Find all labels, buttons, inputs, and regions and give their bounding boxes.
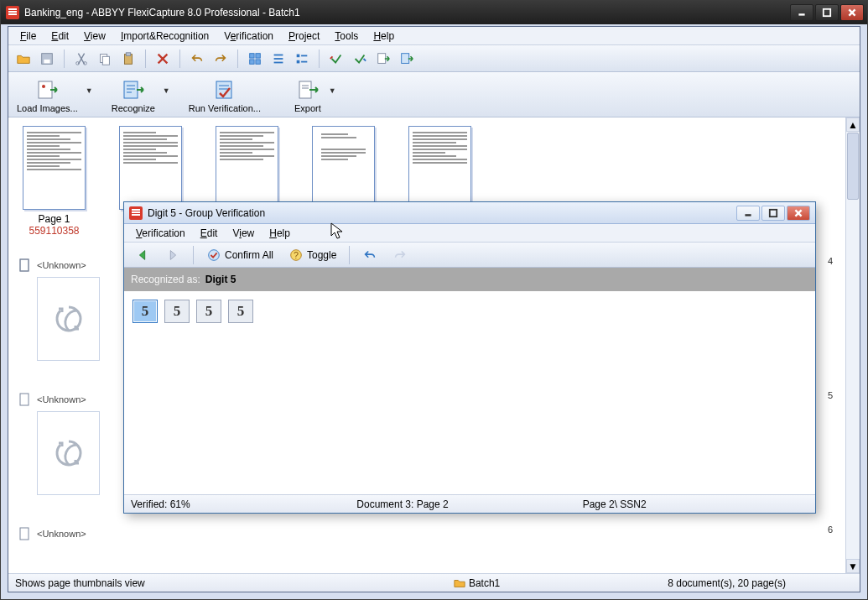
maximize-button[interactable] <box>815 4 839 21</box>
dropdown-icon[interactable]: ▼ <box>163 86 170 95</box>
minimize-button[interactable] <box>790 4 813 21</box>
row-number: 4 <box>828 256 836 266</box>
page-thumbnail[interactable]: Page 1 559110358 <box>18 126 90 237</box>
digit-chip[interactable]: 5 <box>133 300 158 323</box>
dropdown-icon[interactable]: ▼ <box>86 86 93 95</box>
svg-rect-34 <box>299 81 311 98</box>
status-count: 8 document(s), 20 page(s) <box>668 577 786 589</box>
copy-icon[interactable] <box>95 49 115 69</box>
digit-chip[interactable]: 5 <box>196 300 221 323</box>
load-images-button[interactable]: Load Images... ▼ <box>17 78 78 113</box>
dialog-minimize-button[interactable] <box>736 206 760 221</box>
app-icon <box>6 6 19 19</box>
svg-rect-1 <box>824 9 830 16</box>
recognized-as-bar: Recognized as: Digit 5 <box>124 268 815 291</box>
unknown-label: <Unknown> <box>37 394 86 404</box>
menu-project[interactable]: Project <box>282 29 326 44</box>
loading-thumbnail[interactable] <box>37 277 100 361</box>
dialog-menu-view[interactable]: View <box>226 226 261 241</box>
undo-icon[interactable] <box>187 49 207 69</box>
svg-rect-27 <box>124 81 138 98</box>
dialog-statusbar: Verified: 61% Document 3: Page 2 Page 2\… <box>124 494 815 513</box>
document-icon <box>18 393 32 406</box>
group-verification-dialog: Digit 5 - Group Verification Verificatio… <box>123 201 816 514</box>
verify-prev-icon[interactable] <box>326 49 346 69</box>
svg-rect-9 <box>102 56 109 65</box>
view-details-icon[interactable] <box>292 49 312 69</box>
app-icon <box>129 206 143 220</box>
unknown-label: <Unknown> <box>37 529 86 539</box>
main-toolbar <box>8 45 860 72</box>
menu-file[interactable]: File <box>13 29 43 44</box>
dialog-menu-edit[interactable]: Edit <box>194 226 225 241</box>
toggle-label: Toggle <box>307 249 336 261</box>
view-thumbnails-icon[interactable] <box>245 49 265 69</box>
recognize-button[interactable]: Recognize ▼ <box>112 78 155 113</box>
prev-button[interactable] <box>129 245 156 265</box>
recognized-as-value: Digit 5 <box>205 274 236 285</box>
dialog-close-button[interactable] <box>787 206 810 221</box>
digit-chip[interactable]: 5 <box>228 300 253 323</box>
verify-next-icon[interactable] <box>350 49 370 69</box>
dialog-menu-help[interactable]: Help <box>262 226 297 241</box>
menu-verification[interactable]: Verification <box>217 29 280 44</box>
cut-icon[interactable] <box>71 49 91 69</box>
menu-import-recognition[interactable]: Import&Recognition <box>114 29 216 44</box>
scroll-thumb[interactable] <box>847 133 859 200</box>
statusbar: Shows page thumbnails view Batch1 8 docu… <box>8 573 860 592</box>
paste-icon[interactable] <box>118 49 138 69</box>
menu-edit[interactable]: Edit <box>44 29 75 44</box>
confirm-all-button[interactable]: Confirm All <box>200 245 279 265</box>
open-icon[interactable] <box>13 49 34 69</box>
thumb-label: Page 1 <box>29 213 79 225</box>
page-thumbnail[interactable] <box>308 126 379 210</box>
run-verification-button[interactable]: Run Verification... <box>189 78 261 113</box>
export-images-icon[interactable] <box>397 49 417 69</box>
big-toolbar: Load Images... ▼ Recognize ▼ Run Verific… <box>8 72 860 117</box>
document-icon <box>18 258 32 272</box>
save-icon[interactable] <box>37 49 57 69</box>
dialog-titlebar[interactable]: Digit 5 - Group Verification <box>124 202 815 224</box>
digit-chip[interactable]: 5 <box>164 300 190 323</box>
scroll-up-icon[interactable]: ▲ <box>846 117 860 132</box>
loading-thumbnail[interactable] <box>37 411 100 495</box>
window-title: Banking_eng - ABBYY FlexiCapture 8.0 Pro… <box>24 7 300 18</box>
status-field: Page 2\ SSN2 <box>583 498 808 510</box>
recognized-as-label: Recognized as: <box>131 274 200 285</box>
export-button[interactable]: Export ▼ <box>294 78 321 113</box>
page-thumbnail[interactable] <box>404 126 476 210</box>
svg-rect-24 <box>402 53 409 63</box>
close-button[interactable] <box>840 4 864 21</box>
menu-help[interactable]: Help <box>366 29 401 44</box>
toggle-button[interactable]: ? Toggle <box>283 245 342 265</box>
export-data-icon[interactable] <box>373 49 393 69</box>
redo-icon[interactable] <box>211 49 231 69</box>
dialog-undo-button[interactable] <box>356 245 383 265</box>
dialog-maximize-button[interactable] <box>761 206 785 221</box>
dialog-redo-button[interactable] <box>387 245 413 265</box>
document-icon <box>18 527 32 540</box>
svg-rect-25 <box>39 81 52 98</box>
dialog-menu-verification[interactable]: Verification <box>129 226 192 241</box>
status-document: Document 3: Page 2 <box>356 498 582 510</box>
vertical-scrollbar[interactable]: ▲ ▼ <box>845 117 860 573</box>
row-number: 6 <box>828 524 836 535</box>
svg-rect-39 <box>20 394 29 405</box>
page-thumbnail[interactable] <box>211 126 283 210</box>
titlebar[interactable]: Banking_eng - ABBYY FlexiCapture 8.0 Pro… <box>1 1 867 24</box>
delete-icon[interactable] <box>153 49 173 69</box>
status-batch: Batch1 <box>469 577 500 589</box>
svg-rect-21 <box>297 60 300 63</box>
next-button[interactable] <box>159 245 186 265</box>
dialog-title: Digit 5 - Group Verification <box>148 207 265 219</box>
menu-tools[interactable]: Tools <box>328 29 365 44</box>
menu-view[interactable]: View <box>77 29 112 44</box>
page-thumbnail[interactable] <box>115 126 186 210</box>
dialog-menubar: Verification Edit View Help <box>124 224 815 243</box>
scroll-down-icon[interactable]: ▼ <box>846 559 860 573</box>
view-list-icon[interactable] <box>268 49 288 69</box>
dropdown-icon[interactable]: ▼ <box>329 86 336 95</box>
svg-rect-11 <box>126 52 130 55</box>
main-window: Banking_eng - ABBYY FlexiCapture 8.0 Pro… <box>0 0 868 600</box>
svg-point-26 <box>42 85 45 88</box>
